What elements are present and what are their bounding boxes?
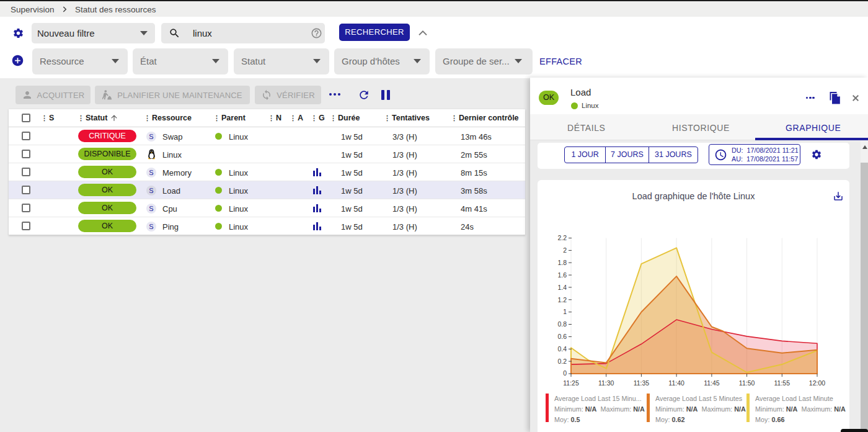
svg-text:1.2: 1.2 [557,296,567,304]
svg-text:11:50: 11:50 [739,379,755,387]
svg-text:11:55: 11:55 [774,379,790,387]
svg-text:11:40: 11:40 [668,379,684,387]
svg-text:11:25: 11:25 [563,379,579,387]
svg-text:0.8: 0.8 [557,320,567,328]
svg-text:11:30: 11:30 [598,379,614,387]
svg-text:1.4: 1.4 [557,284,567,291]
svg-text:1.6: 1.6 [557,271,567,279]
svg-text:0.4: 0.4 [557,345,567,353]
svg-text:1: 1 [563,308,567,315]
svg-text:11:45: 11:45 [704,379,720,387]
svg-text:1.8: 1.8 [557,259,567,266]
svg-text:0.2: 0.2 [557,358,567,365]
svg-text:11:35: 11:35 [634,379,650,387]
svg-text:2: 2 [563,246,567,254]
svg-text:12:00: 12:00 [809,379,825,387]
svg-text:0.6: 0.6 [557,333,567,340]
svg-text:2.2: 2.2 [557,234,567,241]
svg-text:0: 0 [563,369,567,377]
